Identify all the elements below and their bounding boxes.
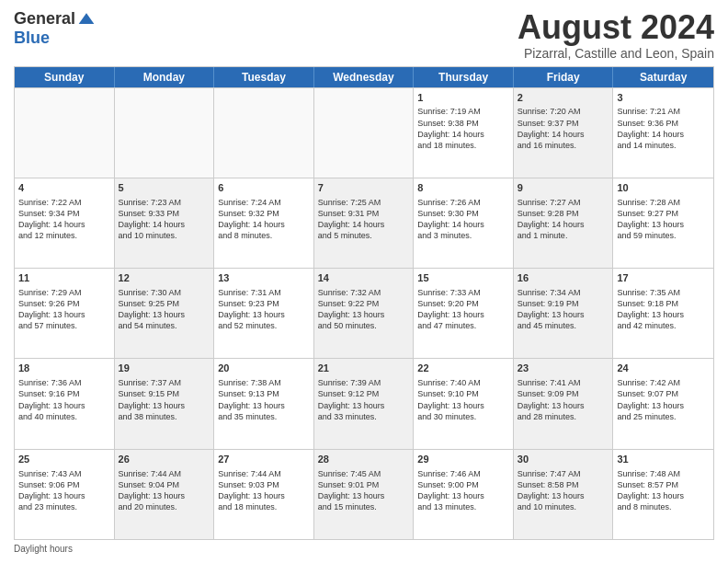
day-info: Sunrise: 7:30 AM Sunset: 9:25 PM Dayligh…	[119, 287, 210, 332]
subtitle: Pizarral, Castille and Leon, Spain	[518, 46, 714, 61]
calendar-cell: 29Sunrise: 7:46 AM Sunset: 9:00 PM Dayli…	[414, 450, 514, 539]
day-info: Sunrise: 7:28 AM Sunset: 9:27 PM Dayligh…	[617, 197, 710, 242]
calendar-cell: 25Sunrise: 7:43 AM Sunset: 9:06 PM Dayli…	[15, 450, 115, 539]
calendar-cell: 24Sunrise: 7:42 AM Sunset: 9:07 PM Dayli…	[613, 359, 713, 448]
day-number: 12	[119, 271, 210, 285]
day-number: 27	[218, 453, 310, 466]
calendar-cell: 28Sunrise: 7:45 AM Sunset: 9:01 PM Dayli…	[314, 450, 415, 539]
day-info: Sunrise: 7:37 AM Sunset: 9:15 PM Dayligh…	[119, 377, 210, 422]
calendar-row-1: 4Sunrise: 7:22 AM Sunset: 9:34 PM Daylig…	[15, 178, 713, 268]
calendar-cell: 21Sunrise: 7:39 AM Sunset: 9:12 PM Dayli…	[314, 359, 415, 448]
day-number: 19	[119, 362, 210, 375]
day-info: Sunrise: 7:43 AM Sunset: 9:06 PM Dayligh…	[18, 468, 110, 513]
day-info: Sunrise: 7:44 AM Sunset: 9:04 PM Dayligh…	[119, 468, 210, 513]
day-info: Sunrise: 7:45 AM Sunset: 9:01 PM Dayligh…	[318, 468, 410, 513]
day-info: Sunrise: 7:35 AM Sunset: 9:18 PM Dayligh…	[617, 287, 710, 332]
day-number: 4	[18, 181, 110, 195]
calendar-cell: 27Sunrise: 7:44 AM Sunset: 9:03 PM Dayli…	[214, 450, 314, 539]
day-number: 5	[119, 181, 210, 195]
day-number: 17	[617, 271, 710, 285]
calendar-cell: 19Sunrise: 7:37 AM Sunset: 9:15 PM Dayli…	[115, 359, 215, 448]
calendar-cell	[214, 88, 314, 178]
calendar: SundayMondayTuesdayWednesdayThursdayFrid…	[14, 66, 714, 540]
footer-note: Daylight hours	[14, 544, 714, 554]
day-number: 29	[417, 453, 509, 466]
day-number: 15	[417, 271, 509, 285]
day-info: Sunrise: 7:39 AM Sunset: 9:12 PM Dayligh…	[318, 377, 410, 422]
calendar-cell	[314, 88, 415, 178]
day-number: 26	[119, 453, 210, 466]
day-number: 28	[318, 453, 410, 466]
calendar-cell: 26Sunrise: 7:44 AM Sunset: 9:04 PM Dayli…	[115, 450, 215, 539]
calendar-cell: 7Sunrise: 7:25 AM Sunset: 9:31 PM Daylig…	[314, 178, 415, 268]
calendar-cell: 1Sunrise: 7:19 AM Sunset: 9:38 PM Daylig…	[414, 88, 514, 178]
day-info: Sunrise: 7:24 AM Sunset: 9:32 PM Dayligh…	[218, 197, 310, 242]
day-number: 23	[518, 362, 609, 375]
day-info: Sunrise: 7:34 AM Sunset: 9:19 PM Dayligh…	[518, 287, 609, 332]
calendar-cell: 12Sunrise: 7:30 AM Sunset: 9:25 PM Dayli…	[115, 269, 215, 358]
day-info: Sunrise: 7:26 AM Sunset: 9:30 PM Dayligh…	[417, 197, 509, 242]
day-number: 22	[417, 362, 509, 375]
day-info: Sunrise: 7:36 AM Sunset: 9:16 PM Dayligh…	[18, 377, 110, 422]
logo-general: General	[14, 9, 75, 29]
day-info: Sunrise: 7:47 AM Sunset: 8:58 PM Dayligh…	[518, 468, 609, 513]
day-info: Sunrise: 7:33 AM Sunset: 9:20 PM Dayligh…	[417, 287, 509, 332]
calendar-cell: 4Sunrise: 7:22 AM Sunset: 9:34 PM Daylig…	[15, 178, 115, 268]
day-info: Sunrise: 7:20 AM Sunset: 9:37 PM Dayligh…	[518, 106, 609, 151]
calendar-cell: 14Sunrise: 7:32 AM Sunset: 9:22 PM Dayli…	[314, 269, 415, 358]
calendar-cell: 5Sunrise: 7:23 AM Sunset: 9:33 PM Daylig…	[115, 178, 215, 268]
day-info: Sunrise: 7:42 AM Sunset: 9:07 PM Dayligh…	[617, 377, 710, 422]
day-number: 1	[417, 91, 509, 105]
calendar-cell: 8Sunrise: 7:26 AM Sunset: 9:30 PM Daylig…	[414, 178, 514, 268]
title-block: August 2024 Pizarral, Castille and Leon,…	[518, 9, 714, 61]
day-number: 11	[18, 271, 110, 285]
day-number: 21	[318, 362, 410, 375]
header-day-tuesday: Tuesday	[214, 67, 314, 87]
day-info: Sunrise: 7:40 AM Sunset: 9:10 PM Dayligh…	[417, 377, 509, 422]
calendar-cell: 18Sunrise: 7:36 AM Sunset: 9:16 PM Dayli…	[15, 359, 115, 448]
day-info: Sunrise: 7:22 AM Sunset: 9:34 PM Dayligh…	[18, 197, 110, 242]
day-number: 31	[617, 453, 710, 466]
day-info: Sunrise: 7:21 AM Sunset: 9:36 PM Dayligh…	[617, 106, 710, 151]
day-number: 30	[518, 453, 609, 466]
header-day-wednesday: Wednesday	[314, 67, 415, 87]
day-number: 6	[218, 181, 310, 195]
calendar-cell: 31Sunrise: 7:48 AM Sunset: 8:57 PM Dayli…	[613, 450, 713, 539]
day-number: 16	[518, 271, 609, 285]
calendar-cell: 22Sunrise: 7:40 AM Sunset: 9:10 PM Dayli…	[414, 359, 514, 448]
day-info: Sunrise: 7:19 AM Sunset: 9:38 PM Dayligh…	[417, 106, 509, 151]
header-day-friday: Friday	[514, 67, 614, 87]
day-number: 8	[417, 181, 509, 195]
day-number: 25	[18, 453, 110, 466]
day-info: Sunrise: 7:27 AM Sunset: 9:28 PM Dayligh…	[518, 197, 609, 242]
month-title: August 2024	[518, 9, 714, 46]
day-info: Sunrise: 7:38 AM Sunset: 9:13 PM Dayligh…	[218, 377, 310, 422]
header: General Blue August 2024 Pizarral, Casti…	[14, 9, 714, 61]
calendar-row-2: 11Sunrise: 7:29 AM Sunset: 9:26 PM Dayli…	[15, 268, 713, 358]
day-number: 7	[318, 181, 410, 195]
calendar-cell	[15, 88, 115, 178]
day-number: 2	[518, 91, 609, 105]
page: General Blue August 2024 Pizarral, Casti…	[0, 0, 728, 563]
calendar-cell: 20Sunrise: 7:38 AM Sunset: 9:13 PM Dayli…	[214, 359, 314, 448]
calendar-row-3: 18Sunrise: 7:36 AM Sunset: 9:16 PM Dayli…	[15, 358, 713, 448]
day-number: 10	[617, 181, 710, 195]
calendar-cell: 17Sunrise: 7:35 AM Sunset: 9:18 PM Dayli…	[613, 269, 713, 358]
calendar-cell: 11Sunrise: 7:29 AM Sunset: 9:26 PM Dayli…	[15, 269, 115, 358]
calendar-cell: 9Sunrise: 7:27 AM Sunset: 9:28 PM Daylig…	[514, 178, 614, 268]
calendar-cell: 6Sunrise: 7:24 AM Sunset: 9:32 PM Daylig…	[214, 178, 314, 268]
logo: General Blue	[14, 9, 96, 48]
calendar-row-0: 1Sunrise: 7:19 AM Sunset: 9:38 PM Daylig…	[15, 87, 713, 178]
day-number: 24	[617, 362, 710, 375]
day-info: Sunrise: 7:31 AM Sunset: 9:23 PM Dayligh…	[218, 287, 310, 332]
calendar-row-4: 25Sunrise: 7:43 AM Sunset: 9:06 PM Dayli…	[15, 449, 713, 539]
calendar-cell: 23Sunrise: 7:41 AM Sunset: 9:09 PM Dayli…	[514, 359, 614, 448]
header-day-sunday: Sunday	[15, 67, 115, 87]
calendar-cell: 30Sunrise: 7:47 AM Sunset: 8:58 PM Dayli…	[514, 450, 614, 539]
day-info: Sunrise: 7:44 AM Sunset: 9:03 PM Dayligh…	[218, 468, 310, 513]
day-info: Sunrise: 7:41 AM Sunset: 9:09 PM Dayligh…	[518, 377, 609, 422]
svg-marker-0	[79, 13, 95, 24]
header-day-saturday: Saturday	[613, 67, 713, 87]
calendar-cell: 10Sunrise: 7:28 AM Sunset: 9:27 PM Dayli…	[613, 178, 713, 268]
day-number: 20	[218, 362, 310, 375]
